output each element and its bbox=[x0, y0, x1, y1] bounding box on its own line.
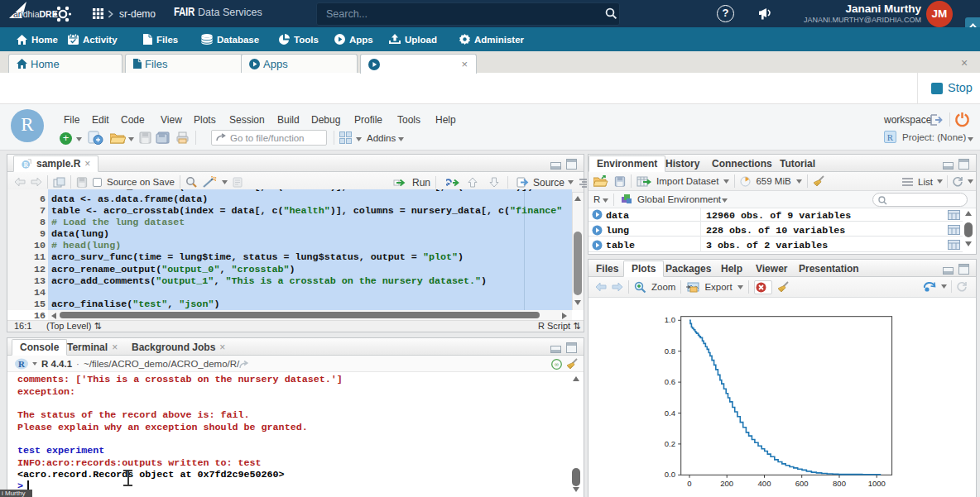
svg-text:1.0: 1.0 bbox=[665, 315, 675, 324]
svg-text:0.8: 0.8 bbox=[665, 346, 675, 356]
svg-text:1000: 1000 bbox=[868, 479, 886, 488]
svg-text:0.6: 0.6 bbox=[665, 377, 675, 386]
svg-text:200: 200 bbox=[720, 479, 733, 488]
svg-text:R: R bbox=[23, 160, 28, 168]
svg-text:0.2: 0.2 bbox=[665, 439, 675, 448]
svg-text:0.4: 0.4 bbox=[665, 409, 675, 418]
svg-text:0: 0 bbox=[687, 479, 691, 488]
svg-text:R: R bbox=[18, 359, 26, 369]
svg-text:400: 400 bbox=[758, 479, 771, 488]
svg-text:800: 800 bbox=[833, 479, 846, 488]
svg-text:600: 600 bbox=[795, 479, 809, 488]
svg-text:∞: ∞ bbox=[555, 361, 559, 367]
svg-text:0.0: 0.0 bbox=[665, 470, 675, 479]
